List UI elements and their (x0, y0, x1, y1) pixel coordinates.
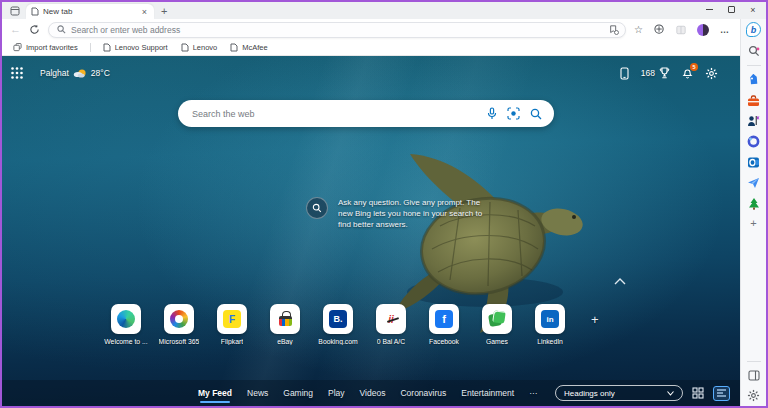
mobile-icon[interactable] (620, 67, 629, 80)
address-bar[interactable] (48, 22, 626, 38)
outlook-icon[interactable] (747, 156, 760, 169)
address-input[interactable] (71, 25, 604, 35)
tab-strip: New tab × + × (2, 2, 766, 19)
bookmark-lenovo[interactable]: Lenovo (177, 42, 222, 53)
quick-link-facebook[interactable]: f Facebook (422, 304, 466, 345)
close-button[interactable]: × (742, 2, 764, 17)
bing-copilot-icon[interactable]: b (746, 22, 761, 37)
edge-sidebar: b + (740, 19, 766, 406)
quick-link-label: LinkedIn (537, 338, 563, 345)
facebook-icon: f (435, 310, 453, 328)
chevron-down-icon (667, 391, 674, 396)
quick-link-welcome[interactable]: Welcome to ... (104, 304, 148, 345)
sidebar-divider (747, 361, 761, 362)
customize-sidebar-icon[interactable]: + (750, 218, 756, 228)
web-search-input[interactable] (192, 109, 477, 119)
quick-link-bank[interactable]: ii 0 Bal A/C (369, 304, 413, 345)
feed-tab-play[interactable]: Play (328, 388, 345, 398)
tab-new-tab[interactable]: New tab × (26, 4, 154, 19)
ntp-header-actions: 168 5 (620, 67, 718, 80)
list-view-icon[interactable] (713, 386, 730, 401)
feed-tab-videos[interactable]: Videos (360, 388, 386, 398)
minimize-button[interactable] (698, 2, 720, 17)
bookmark-label: Lenovo (193, 43, 218, 52)
back-icon[interactable]: ← (10, 24, 21, 35)
web-search-box[interactable] (178, 100, 554, 127)
bookmark-mcafee[interactable]: McAfee (226, 42, 271, 53)
feed-tab-entertainment[interactable]: Entertainment (461, 388, 514, 398)
people-icon[interactable] (747, 115, 760, 127)
quick-link-label: 0 Bal A/C (377, 338, 405, 345)
search-icon (57, 25, 66, 34)
promo-text: Ask any question. Give any prompt. The n… (338, 197, 490, 230)
weather-location: Palghat (40, 68, 69, 78)
promo-search-icon[interactable] (306, 197, 328, 219)
linkedin-icon: in (541, 310, 559, 328)
quick-link-microsoft-365[interactable]: Microsoft 365 (157, 304, 201, 345)
quick-link-booking[interactable]: B. Booking.com (316, 304, 360, 345)
page-action-icon[interactable] (609, 25, 619, 35)
collections-icon[interactable] (654, 24, 665, 35)
sidebar-search-icon[interactable] (748, 45, 760, 57)
weather-temperature: 28°C (91, 68, 110, 78)
flipkart-icon: F (223, 310, 241, 328)
bookmark-label: McAfee (242, 43, 267, 52)
new-tab-page: Palghat 28°C 168 (2, 56, 740, 406)
visual-search-icon[interactable] (507, 107, 520, 120)
bookmark-import-favorites[interactable]: Import favorites (9, 42, 82, 53)
chevron-up-icon[interactable] (614, 278, 626, 285)
quick-link-linkedin[interactable]: in LinkedIn (528, 304, 572, 345)
submit-search-icon[interactable] (530, 108, 542, 120)
quick-link-label: Games (486, 338, 508, 345)
apps-grid-icon[interactable] (10, 66, 24, 80)
booking-icon: B. (329, 310, 347, 328)
page-icon (103, 43, 111, 52)
maximize-icon (728, 6, 735, 13)
quick-link-flipkart[interactable]: F Flipkart (210, 304, 254, 345)
quick-link-label: Booking.com (318, 338, 357, 345)
sidebar-settings-gear-icon[interactable] (747, 389, 760, 402)
add-site-button[interactable]: + (591, 312, 599, 327)
tab-title: New tab (43, 7, 136, 16)
feed-tab-gaming[interactable]: Gaming (283, 388, 313, 398)
sidebar-toggle-icon[interactable] (748, 370, 760, 381)
quick-link-label: Welcome to ... (104, 338, 147, 345)
page-settings-gear-icon[interactable] (705, 67, 718, 80)
window-controls: × (698, 2, 764, 17)
split-screen-icon[interactable] (676, 25, 686, 35)
feed-tab-coronavirus[interactable]: Coronavirus (400, 388, 446, 398)
designer-ring-icon[interactable] (747, 135, 760, 148)
tree-icon[interactable] (748, 197, 760, 210)
rewards-counter[interactable]: 168 (641, 67, 670, 79)
feed-tab-news[interactable]: News (247, 388, 268, 398)
refresh-icon[interactable] (29, 24, 40, 35)
feed-layout-dropdown[interactable]: Headings only (555, 385, 683, 401)
shopping-tag-icon[interactable] (747, 74, 760, 87)
bing-promo: Ask any question. Give any prompt. The n… (306, 197, 490, 230)
games-icon (488, 310, 506, 328)
feed-controls: Headings only (555, 385, 730, 401)
feed-tab-my-feed[interactable]: My Feed (198, 388, 232, 398)
quick-link-ebay[interactable]: eBay (263, 304, 307, 345)
weather-icon (73, 68, 87, 79)
grid-view-icon[interactable] (692, 387, 704, 399)
maximize-button[interactable] (720, 2, 742, 17)
import-favorites-icon (13, 43, 22, 52)
bookmark-label: Import favorites (26, 43, 78, 52)
drop-paper-plane-icon[interactable] (747, 177, 760, 189)
voice-search-icon[interactable] (487, 107, 497, 120)
feed-nav: My Feed News Gaming Play Videos Coronavi… (198, 388, 538, 398)
favorites-icon[interactable]: ☆ (634, 25, 643, 35)
feed-more-icon[interactable]: ··· (529, 388, 538, 398)
new-tab-button[interactable]: + (161, 6, 167, 17)
tab-close-icon[interactable]: × (140, 8, 149, 16)
weather-widget[interactable]: Palghat 28°C (40, 68, 110, 79)
profile-avatar[interactable] (697, 24, 709, 36)
bookmark-lenovo-support[interactable]: Lenovo Support (99, 42, 172, 53)
tab-favicon-icon (31, 7, 39, 16)
settings-more-icon[interactable]: … (720, 25, 730, 35)
toolbox-icon[interactable] (747, 95, 760, 107)
notifications-button[interactable]: 5 (682, 67, 693, 79)
quick-link-games[interactable]: Games (475, 304, 519, 345)
tab-actions-menu-icon[interactable] (8, 4, 22, 17)
